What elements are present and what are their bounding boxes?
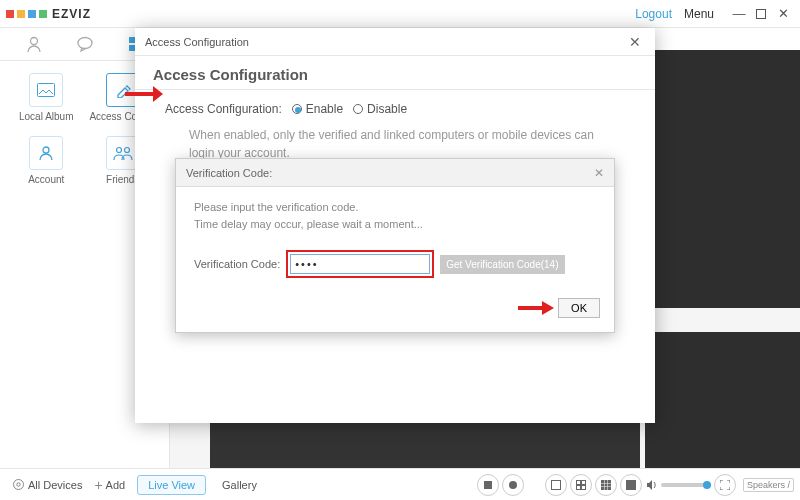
- svg-point-2: [78, 38, 92, 49]
- svg-rect-21: [604, 480, 607, 483]
- titlebar: EZVIZ Logout Menu — ✕: [0, 0, 800, 28]
- svg-rect-7: [38, 84, 55, 97]
- volume-slider[interactable]: [661, 483, 711, 487]
- annotation-arrow-icon: [123, 83, 163, 105]
- modal-header-label: Access Configuration: [145, 36, 249, 48]
- svg-point-10: [124, 148, 129, 153]
- svg-rect-13: [484, 481, 492, 489]
- svg-rect-25: [608, 483, 611, 486]
- logout-link[interactable]: Logout: [635, 7, 672, 21]
- access-config-label: Access Configuration:: [165, 102, 282, 116]
- verification-row: Verification Code: Get Verification Code…: [194, 250, 596, 278]
- chat-tab[interactable]: [73, 32, 97, 56]
- sidebar-item-local-album[interactable]: Local Album: [11, 73, 81, 122]
- image-icon: [29, 73, 63, 107]
- svg-rect-27: [604, 487, 607, 490]
- svg-point-12: [17, 483, 20, 486]
- svg-rect-22: [608, 480, 611, 483]
- minimize-button[interactable]: —: [728, 3, 750, 25]
- bottom-bar: All Devices + Add Live View Gallery Spea…: [0, 468, 800, 500]
- sidebar-item-label: Local Album: [11, 111, 81, 122]
- menu-label[interactable]: Menu: [684, 7, 714, 21]
- speaker-icon: [645, 478, 659, 492]
- modal-title: Access Configuration: [135, 56, 655, 90]
- modal-close-button[interactable]: ✕: [625, 34, 645, 50]
- svg-marker-33: [542, 301, 554, 315]
- user-tab[interactable]: [22, 32, 46, 56]
- sidebar-item-label: Account: [11, 174, 81, 185]
- svg-rect-15: [551, 480, 560, 489]
- svg-rect-3: [129, 37, 135, 43]
- account-icon: [29, 136, 63, 170]
- fullscreen-icon: [720, 480, 730, 490]
- access-config-modal: Access Configuration ✕ Access Configurat…: [135, 28, 655, 423]
- svg-point-8: [43, 147, 49, 153]
- verification-line1: Please input the verification code.: [194, 199, 596, 216]
- svg-rect-23: [601, 483, 604, 486]
- verification-header-label: Verification Code:: [186, 167, 272, 179]
- chat-icon: [76, 35, 94, 53]
- speakers-label[interactable]: Speakers /: [743, 478, 794, 492]
- video-tile[interactable]: [645, 332, 800, 468]
- stop-icon: [484, 481, 492, 489]
- layout-4-button[interactable]: [570, 474, 592, 496]
- svg-rect-19: [581, 485, 585, 489]
- svg-rect-0: [757, 9, 766, 18]
- layout-nine-icon: [601, 480, 611, 490]
- maximize-button[interactable]: [750, 3, 772, 25]
- verification-instructions: Please input the verification code. Time…: [194, 199, 596, 232]
- user-icon: [25, 35, 43, 53]
- get-verification-code-button[interactable]: Get Verification Code(14): [440, 255, 564, 274]
- radio-dot-icon: [292, 104, 302, 114]
- layout-sixteen-icon: [626, 480, 636, 490]
- sidebar-item-account[interactable]: Account: [11, 136, 81, 185]
- enable-radio[interactable]: Enable: [292, 102, 343, 116]
- access-config-explain: When enabled, only the verified and link…: [135, 122, 655, 162]
- enable-label: Enable: [306, 102, 343, 116]
- svg-point-9: [116, 148, 121, 153]
- svg-rect-29: [626, 480, 636, 490]
- all-devices-button[interactable]: All Devices: [6, 476, 88, 493]
- verification-field-label: Verification Code:: [194, 258, 280, 270]
- gallery-tab[interactable]: Gallery: [212, 476, 267, 494]
- svg-rect-28: [608, 487, 611, 490]
- record-button[interactable]: [502, 474, 524, 496]
- verification-input-highlight: [286, 250, 434, 278]
- verification-line2: Time delay may occur, please wait a mome…: [194, 216, 596, 233]
- disable-label: Disable: [367, 102, 407, 116]
- svg-rect-16: [576, 480, 580, 484]
- close-window-button[interactable]: ✕: [772, 3, 794, 25]
- layout-9-button[interactable]: [595, 474, 617, 496]
- video-tile[interactable]: [645, 50, 800, 308]
- verification-code-input[interactable]: [290, 254, 430, 274]
- ok-button[interactable]: OK: [558, 298, 600, 318]
- brand-logo: EZVIZ: [6, 7, 91, 21]
- svg-rect-26: [601, 487, 604, 490]
- layout-1-button[interactable]: [545, 474, 567, 496]
- disable-radio[interactable]: Disable: [353, 102, 407, 116]
- layout-single-icon: [551, 480, 561, 490]
- fullscreen-button[interactable]: [714, 474, 736, 496]
- stop-button[interactable]: [477, 474, 499, 496]
- svg-rect-24: [604, 483, 607, 486]
- radio-dot-icon: [353, 104, 363, 114]
- svg-point-1: [30, 38, 37, 45]
- annotation-arrow-icon: [516, 300, 554, 316]
- playback-controls: Speakers /: [477, 474, 794, 496]
- brand-name: EZVIZ: [52, 7, 91, 21]
- access-config-row: Access Configuration: Enable Disable: [135, 90, 655, 122]
- verification-modal: Verification Code: ✕ Please input the ve…: [175, 158, 615, 333]
- gear-icon: [12, 478, 25, 491]
- add-button[interactable]: + Add: [88, 475, 131, 495]
- all-devices-label: All Devices: [28, 479, 82, 491]
- verification-close-button[interactable]: ✕: [594, 166, 604, 180]
- svg-rect-20: [601, 480, 604, 483]
- live-view-tab[interactable]: Live View: [137, 475, 206, 495]
- layout-quad-icon: [576, 480, 586, 490]
- verification-footer: OK: [176, 290, 614, 332]
- svg-point-11: [14, 480, 24, 490]
- verification-modal-header: Verification Code: ✕: [176, 159, 614, 187]
- svg-rect-17: [581, 480, 585, 484]
- volume-control[interactable]: [645, 478, 711, 492]
- layout-16-button[interactable]: [620, 474, 642, 496]
